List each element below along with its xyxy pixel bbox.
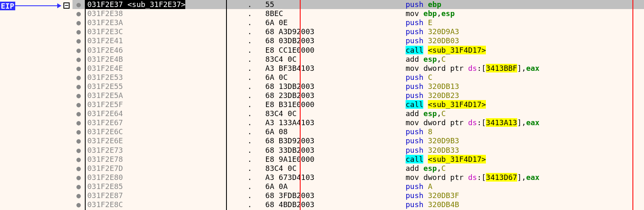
- breakpoint-slot[interactable]: ●: [72, 136, 85, 145]
- breakpoint-slot[interactable]: ●: [72, 173, 85, 182]
- address-row[interactable]: 031F2E7D: [86, 164, 226, 173]
- breakpoint-dot-icon[interactable]: ●: [72, 55, 85, 64]
- breakpoint-column[interactable]: ●●●●●●●●●●●●●●●●●●●●●●●: [72, 0, 85, 210]
- breakpoint-dot-icon[interactable]: ●: [72, 46, 85, 55]
- breakpoint-slot[interactable]: ●: [72, 200, 85, 209]
- bytes-row[interactable]: . 83C4 0C: [231, 55, 404, 64]
- address-row[interactable]: 031F2E46: [86, 45, 226, 54]
- bytes-row[interactable]: . 68 3FDB2003: [231, 191, 404, 200]
- breakpoint-slot[interactable]: ●: [72, 91, 85, 100]
- breakpoint-slot[interactable]: ●: [72, 191, 85, 200]
- disasm-row[interactable]: push 320DB23: [404, 91, 644, 100]
- disasm-row[interactable]: mov dword ptr ds:[3413BBF],eax: [404, 64, 644, 73]
- bytes-row[interactable]: . 6A 08: [231, 127, 404, 136]
- breakpoint-slot[interactable]: ●: [72, 127, 85, 136]
- address-row[interactable]: 031F2E5F: [86, 100, 226, 109]
- disassembly-column[interactable]: push ebpmov ebp,esppush Epush 320D9A3pus…: [404, 0, 644, 210]
- disasm-row[interactable]: call <sub_31F4D17>: [404, 100, 644, 109]
- disasm-row[interactable]: push 320DB4B: [404, 200, 644, 209]
- breakpoint-dot-icon[interactable]: ●: [72, 9, 85, 18]
- breakpoint-slot[interactable]: ●: [72, 0, 85, 9]
- address-row[interactable]: 031F2E87: [86, 191, 226, 200]
- breakpoint-dot-icon[interactable]: ●: [72, 173, 85, 182]
- breakpoint-slot[interactable]: ●: [72, 118, 85, 127]
- breakpoint-slot[interactable]: ●: [72, 109, 85, 118]
- breakpoint-dot-icon[interactable]: ●: [72, 155, 85, 164]
- address-row[interactable]: 031F2E64: [86, 109, 226, 118]
- breakpoint-slot[interactable]: ●: [72, 64, 85, 73]
- breakpoint-slot[interactable]: ●: [72, 18, 85, 27]
- disasm-row[interactable]: push E: [404, 18, 644, 27]
- disasm-row[interactable]: mov dword ptr ds:[3413D67],eax: [404, 173, 644, 182]
- address-row[interactable]: 031F2E85: [86, 182, 226, 191]
- disasm-row[interactable]: call <sub_31F4D17>: [404, 155, 644, 164]
- bytes-column[interactable]: . 55. 8BEC. 6A 0E. 68 A3D92003. 68 03DB2…: [231, 0, 404, 210]
- bytes-row[interactable]: . A3 BF3B4103: [231, 64, 404, 73]
- breakpoint-dot-icon[interactable]: ●: [72, 82, 85, 91]
- bytes-row[interactable]: . 68 03DB2003: [231, 36, 404, 45]
- breakpoint-dot-icon[interactable]: ●: [72, 36, 85, 45]
- breakpoint-slot[interactable]: ●: [72, 100, 85, 109]
- disasm-row[interactable]: push 320D9A3: [404, 27, 644, 36]
- bytes-row[interactable]: . 68 A3D92003: [231, 27, 404, 36]
- address-row[interactable]: 031F2E73: [86, 146, 226, 155]
- address-row[interactable]: 031F2E80: [86, 173, 226, 182]
- address-row[interactable]: 031F2E41: [86, 36, 226, 45]
- disasm-row[interactable]: push 320DB3F: [404, 191, 644, 200]
- bytes-row[interactable]: . 68 B3D92003: [231, 136, 404, 145]
- address-row[interactable]: 031F2E3C: [86, 27, 226, 36]
- breakpoint-dot-icon[interactable]: ●: [72, 18, 85, 27]
- breakpoint-slot[interactable]: ●: [72, 45, 85, 54]
- bytes-row[interactable]: . 68 23DB2003: [231, 91, 404, 100]
- bytes-row[interactable]: . 68 33DB2003: [231, 146, 404, 155]
- bytes-row[interactable]: . 6A 0A: [231, 182, 404, 191]
- breakpoint-slot[interactable]: ●: [72, 55, 85, 64]
- bytes-row[interactable]: . A3 673D4103: [231, 173, 404, 182]
- breakpoint-dot-icon[interactable]: ●: [72, 91, 85, 100]
- bytes-row[interactable]: . E8 B31E0000: [231, 100, 404, 109]
- breakpoint-dot-icon[interactable]: ●: [72, 200, 85, 209]
- breakpoint-dot-icon[interactable]: ●: [72, 27, 85, 36]
- breakpoint-dot-icon[interactable]: ●: [72, 118, 85, 127]
- breakpoint-dot-icon[interactable]: ●: [72, 100, 85, 109]
- breakpoint-dot-icon[interactable]: ●: [72, 64, 85, 73]
- breakpoint-slot[interactable]: ●: [72, 9, 85, 18]
- bytes-row[interactable]: . 6A 0C: [231, 73, 404, 82]
- disasm-row[interactable]: push 320DB13: [404, 82, 644, 91]
- address-column[interactable]: 031F2E37 <sub_31F2E37>031F2E38031F2E3A03…: [85, 0, 227, 210]
- breakpoint-slot[interactable]: ●: [72, 164, 85, 173]
- address-row[interactable]: 031F2E67: [86, 118, 226, 127]
- disasm-row[interactable]: mov ebp,esp: [404, 9, 644, 18]
- breakpoint-dot-icon[interactable]: ●: [72, 136, 85, 145]
- bytes-row[interactable]: . 8BEC: [231, 9, 404, 18]
- disasm-row[interactable]: push ebp: [404, 0, 644, 9]
- breakpoint-dot-icon[interactable]: ●: [72, 182, 85, 191]
- disasm-row[interactable]: push 320DB03: [404, 36, 644, 45]
- disasm-row[interactable]: add esp,C: [404, 164, 644, 173]
- bytes-row[interactable]: . 68 13DB2003: [231, 82, 404, 91]
- disasm-row[interactable]: push 8: [404, 127, 644, 136]
- address-row[interactable]: 031F2E6C: [86, 127, 226, 136]
- disasm-row[interactable]: mov dword ptr ds:[3413A13],eax: [404, 118, 644, 127]
- address-row[interactable]: 031F2E53: [86, 73, 226, 82]
- breakpoint-dot-icon[interactable]: ●: [72, 146, 85, 155]
- disasm-row[interactable]: push A: [404, 182, 644, 191]
- bytes-row[interactable]: . E8 9A1E0000: [231, 155, 404, 164]
- disasm-row[interactable]: call <sub_31F4D17>: [404, 45, 644, 54]
- breakpoint-dot-icon[interactable]: ●: [72, 191, 85, 200]
- breakpoint-dot-icon[interactable]: ●: [72, 164, 85, 173]
- bytes-row[interactable]: . A3 133A4103: [231, 118, 404, 127]
- address-row[interactable]: 031F2E5A: [86, 91, 226, 100]
- breakpoint-dot-icon[interactable]: ●: [72, 73, 85, 82]
- address-row[interactable]: 031F2E78: [86, 155, 226, 164]
- bytes-row[interactable]: . 83C4 0C: [231, 164, 404, 173]
- bytes-row[interactable]: . E8 CC1E0000: [231, 45, 404, 54]
- breakpoint-slot[interactable]: ●: [72, 82, 85, 91]
- bytes-row[interactable]: . 55: [231, 0, 404, 9]
- address-row[interactable]: 031F2E37 <sub_31F2E37>: [86, 0, 226, 9]
- bytes-row[interactable]: . 83C4 0C: [231, 109, 404, 118]
- disassembly-view[interactable]: EIP − ●●●●●●●●●●●●●●●●●●●●●●● 031F2E37 <…: [0, 0, 644, 210]
- disasm-row[interactable]: push 320DB33: [404, 146, 644, 155]
- address-row[interactable]: 031F2E6E: [86, 136, 226, 145]
- breakpoint-slot[interactable]: ●: [72, 73, 85, 82]
